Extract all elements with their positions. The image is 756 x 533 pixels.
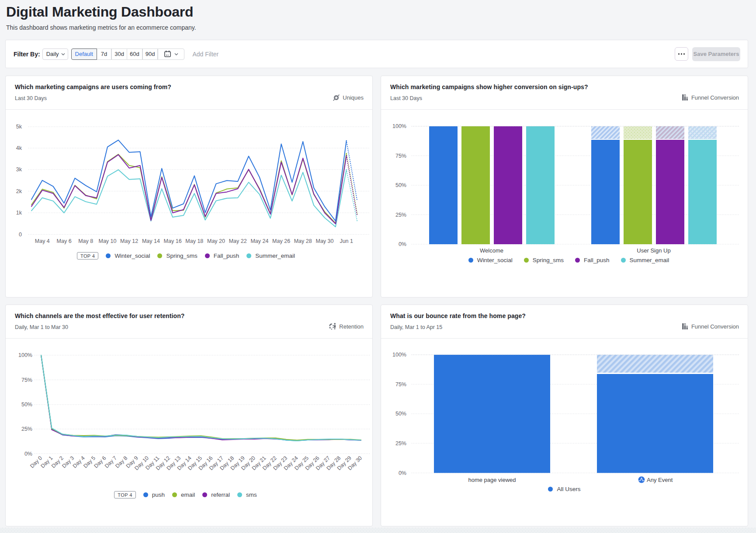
svg-text:100%: 100%	[392, 352, 406, 358]
svg-text:May 18: May 18	[185, 238, 203, 244]
svg-text:0%: 0%	[399, 241, 406, 247]
svg-text:5k: 5k	[16, 124, 22, 130]
svg-text:May 14: May 14	[142, 238, 160, 244]
svg-text:25%: 25%	[395, 440, 406, 446]
svg-text:home page viewed: home page viewed	[468, 477, 516, 483]
svg-text:User Sign Up: User Sign Up	[637, 247, 670, 254]
svg-text:May 12: May 12	[120, 238, 138, 244]
svg-text:100%: 100%	[392, 123, 406, 129]
svg-text:May 16: May 16	[164, 238, 182, 244]
svg-text:75%: 75%	[395, 381, 406, 388]
svg-text:50%: 50%	[395, 411, 406, 417]
svg-text:May 24: May 24	[250, 238, 268, 244]
svg-text:50%: 50%	[395, 182, 406, 188]
svg-text:4k: 4k	[16, 145, 22, 151]
svg-text:100%: 100%	[18, 352, 32, 358]
svg-text:May 28: May 28	[294, 238, 312, 244]
svg-text:25%: 25%	[395, 212, 406, 218]
svg-text:25%: 25%	[21, 426, 32, 432]
svg-text:2k: 2k	[16, 188, 22, 194]
svg-text:Welcome: Welcome	[480, 247, 503, 254]
svg-text:75%: 75%	[395, 153, 406, 159]
svg-text:0%: 0%	[399, 470, 406, 476]
svg-text:Any Event: Any Event	[647, 477, 673, 483]
svg-text:May 22: May 22	[229, 238, 247, 244]
svg-text:1k: 1k	[16, 210, 22, 216]
svg-text:May 6: May 6	[57, 238, 72, 244]
svg-text:0%: 0%	[24, 451, 32, 457]
svg-text:0: 0	[19, 232, 22, 238]
svg-text:May 10: May 10	[99, 238, 117, 244]
svg-text:May 20: May 20	[207, 238, 225, 244]
svg-text:3k: 3k	[16, 166, 22, 173]
svg-text:May 26: May 26	[272, 238, 290, 244]
svg-text:50%: 50%	[21, 401, 32, 408]
svg-text:Jun 1: Jun 1	[340, 238, 353, 244]
svg-text:May 4: May 4	[35, 238, 50, 244]
svg-text:May 30: May 30	[316, 238, 334, 244]
svg-text:75%: 75%	[21, 377, 32, 383]
svg-text:May 8: May 8	[78, 238, 93, 244]
